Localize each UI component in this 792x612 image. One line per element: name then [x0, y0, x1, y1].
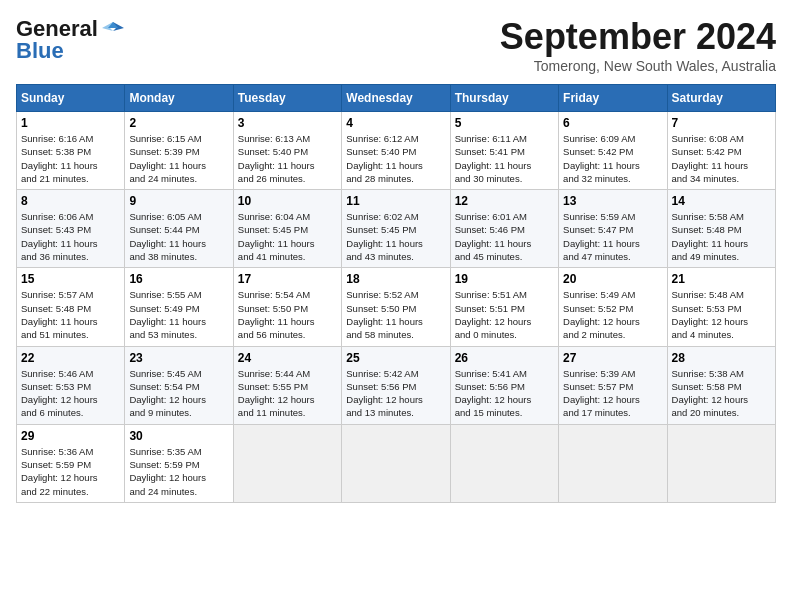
calendar-cell: 1Sunrise: 6:16 AM Sunset: 5:38 PM Daylig…: [17, 112, 125, 190]
day-number: 1: [21, 116, 120, 130]
day-number: 8: [21, 194, 120, 208]
calendar-cell: 21Sunrise: 5:48 AM Sunset: 5:53 PM Dayli…: [667, 268, 775, 346]
calendar-cell: 25Sunrise: 5:42 AM Sunset: 5:56 PM Dayli…: [342, 346, 450, 424]
day-info: Sunrise: 6:16 AM Sunset: 5:38 PM Dayligh…: [21, 132, 120, 185]
col-header-saturday: Saturday: [667, 85, 775, 112]
day-number: 25: [346, 351, 445, 365]
calendar-cell: 13Sunrise: 5:59 AM Sunset: 5:47 PM Dayli…: [559, 190, 667, 268]
day-info: Sunrise: 6:04 AM Sunset: 5:45 PM Dayligh…: [238, 210, 337, 263]
day-number: 16: [129, 272, 228, 286]
calendar-cell: [450, 424, 558, 502]
day-info: Sunrise: 5:58 AM Sunset: 5:48 PM Dayligh…: [672, 210, 771, 263]
day-info: Sunrise: 5:48 AM Sunset: 5:53 PM Dayligh…: [672, 288, 771, 341]
calendar-cell: 3Sunrise: 6:13 AM Sunset: 5:40 PM Daylig…: [233, 112, 341, 190]
day-info: Sunrise: 6:06 AM Sunset: 5:43 PM Dayligh…: [21, 210, 120, 263]
col-header-sunday: Sunday: [17, 85, 125, 112]
calendar-header-row: SundayMondayTuesdayWednesdayThursdayFrid…: [17, 85, 776, 112]
day-info: Sunrise: 5:54 AM Sunset: 5:50 PM Dayligh…: [238, 288, 337, 341]
day-number: 19: [455, 272, 554, 286]
day-info: Sunrise: 6:02 AM Sunset: 5:45 PM Dayligh…: [346, 210, 445, 263]
day-info: Sunrise: 5:46 AM Sunset: 5:53 PM Dayligh…: [21, 367, 120, 420]
calendar-cell: 27Sunrise: 5:39 AM Sunset: 5:57 PM Dayli…: [559, 346, 667, 424]
day-number: 30: [129, 429, 228, 443]
logo-bird-icon: [102, 18, 124, 40]
day-number: 14: [672, 194, 771, 208]
calendar-cell: 30Sunrise: 5:35 AM Sunset: 5:59 PM Dayli…: [125, 424, 233, 502]
day-number: 3: [238, 116, 337, 130]
calendar-cell: 23Sunrise: 5:45 AM Sunset: 5:54 PM Dayli…: [125, 346, 233, 424]
day-number: 26: [455, 351, 554, 365]
calendar-week-5: 29Sunrise: 5:36 AM Sunset: 5:59 PM Dayli…: [17, 424, 776, 502]
calendar-cell: 16Sunrise: 5:55 AM Sunset: 5:49 PM Dayli…: [125, 268, 233, 346]
day-info: Sunrise: 6:09 AM Sunset: 5:42 PM Dayligh…: [563, 132, 662, 185]
day-number: 11: [346, 194, 445, 208]
day-info: Sunrise: 6:01 AM Sunset: 5:46 PM Dayligh…: [455, 210, 554, 263]
calendar-cell: 10Sunrise: 6:04 AM Sunset: 5:45 PM Dayli…: [233, 190, 341, 268]
title-area: September 2024 Tomerong, New South Wales…: [500, 16, 776, 74]
day-number: 15: [21, 272, 120, 286]
calendar-cell: [342, 424, 450, 502]
month-title: September 2024: [500, 16, 776, 58]
calendar-week-3: 15Sunrise: 5:57 AM Sunset: 5:48 PM Dayli…: [17, 268, 776, 346]
col-header-thursday: Thursday: [450, 85, 558, 112]
calendar-week-2: 8Sunrise: 6:06 AM Sunset: 5:43 PM Daylig…: [17, 190, 776, 268]
calendar-cell: [559, 424, 667, 502]
day-number: 9: [129, 194, 228, 208]
logo-blue: Blue: [16, 38, 64, 64]
calendar-cell: 8Sunrise: 6:06 AM Sunset: 5:43 PM Daylig…: [17, 190, 125, 268]
calendar-table: SundayMondayTuesdayWednesdayThursdayFrid…: [16, 84, 776, 503]
calendar-cell: 6Sunrise: 6:09 AM Sunset: 5:42 PM Daylig…: [559, 112, 667, 190]
day-info: Sunrise: 5:52 AM Sunset: 5:50 PM Dayligh…: [346, 288, 445, 341]
day-number: 23: [129, 351, 228, 365]
day-number: 5: [455, 116, 554, 130]
page-header: General Blue September 2024 Tomerong, Ne…: [16, 16, 776, 74]
day-info: Sunrise: 6:13 AM Sunset: 5:40 PM Dayligh…: [238, 132, 337, 185]
day-info: Sunrise: 6:05 AM Sunset: 5:44 PM Dayligh…: [129, 210, 228, 263]
day-number: 29: [21, 429, 120, 443]
day-number: 10: [238, 194, 337, 208]
calendar-cell: 29Sunrise: 5:36 AM Sunset: 5:59 PM Dayli…: [17, 424, 125, 502]
day-info: Sunrise: 6:12 AM Sunset: 5:40 PM Dayligh…: [346, 132, 445, 185]
day-number: 17: [238, 272, 337, 286]
day-number: 12: [455, 194, 554, 208]
calendar-cell: 26Sunrise: 5:41 AM Sunset: 5:56 PM Dayli…: [450, 346, 558, 424]
calendar-cell: 7Sunrise: 6:08 AM Sunset: 5:42 PM Daylig…: [667, 112, 775, 190]
calendar-cell: 5Sunrise: 6:11 AM Sunset: 5:41 PM Daylig…: [450, 112, 558, 190]
day-info: Sunrise: 5:45 AM Sunset: 5:54 PM Dayligh…: [129, 367, 228, 420]
day-number: 18: [346, 272, 445, 286]
day-number: 22: [21, 351, 120, 365]
calendar-cell: 15Sunrise: 5:57 AM Sunset: 5:48 PM Dayli…: [17, 268, 125, 346]
logo: General Blue: [16, 16, 124, 64]
day-number: 13: [563, 194, 662, 208]
day-info: Sunrise: 6:08 AM Sunset: 5:42 PM Dayligh…: [672, 132, 771, 185]
col-header-monday: Monday: [125, 85, 233, 112]
day-info: Sunrise: 5:38 AM Sunset: 5:58 PM Dayligh…: [672, 367, 771, 420]
day-info: Sunrise: 5:36 AM Sunset: 5:59 PM Dayligh…: [21, 445, 120, 498]
day-number: 6: [563, 116, 662, 130]
day-number: 21: [672, 272, 771, 286]
col-header-wednesday: Wednesday: [342, 85, 450, 112]
calendar-cell: 11Sunrise: 6:02 AM Sunset: 5:45 PM Dayli…: [342, 190, 450, 268]
calendar-cell: 17Sunrise: 5:54 AM Sunset: 5:50 PM Dayli…: [233, 268, 341, 346]
calendar-cell: 9Sunrise: 6:05 AM Sunset: 5:44 PM Daylig…: [125, 190, 233, 268]
day-number: 24: [238, 351, 337, 365]
day-info: Sunrise: 6:15 AM Sunset: 5:39 PM Dayligh…: [129, 132, 228, 185]
day-number: 7: [672, 116, 771, 130]
calendar-cell: 12Sunrise: 6:01 AM Sunset: 5:46 PM Dayli…: [450, 190, 558, 268]
day-info: Sunrise: 5:42 AM Sunset: 5:56 PM Dayligh…: [346, 367, 445, 420]
col-header-tuesday: Tuesday: [233, 85, 341, 112]
day-info: Sunrise: 5:41 AM Sunset: 5:56 PM Dayligh…: [455, 367, 554, 420]
day-number: 2: [129, 116, 228, 130]
calendar-cell: 14Sunrise: 5:58 AM Sunset: 5:48 PM Dayli…: [667, 190, 775, 268]
day-number: 4: [346, 116, 445, 130]
day-info: Sunrise: 5:55 AM Sunset: 5:49 PM Dayligh…: [129, 288, 228, 341]
day-info: Sunrise: 5:49 AM Sunset: 5:52 PM Dayligh…: [563, 288, 662, 341]
day-info: Sunrise: 6:11 AM Sunset: 5:41 PM Dayligh…: [455, 132, 554, 185]
calendar-week-1: 1Sunrise: 6:16 AM Sunset: 5:38 PM Daylig…: [17, 112, 776, 190]
day-number: 27: [563, 351, 662, 365]
day-number: 20: [563, 272, 662, 286]
location-subtitle: Tomerong, New South Wales, Australia: [500, 58, 776, 74]
calendar-cell: [233, 424, 341, 502]
col-header-friday: Friday: [559, 85, 667, 112]
calendar-cell: 20Sunrise: 5:49 AM Sunset: 5:52 PM Dayli…: [559, 268, 667, 346]
